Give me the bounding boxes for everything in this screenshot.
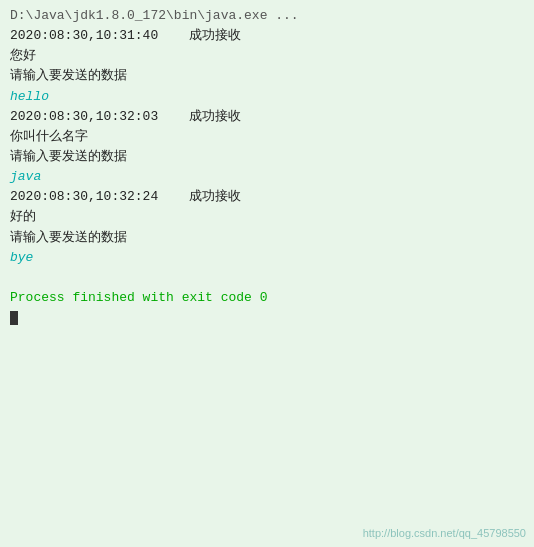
input-line-1: hello — [10, 87, 524, 107]
cursor-line — [10, 308, 524, 328]
log-line-2: 您好 — [10, 46, 524, 66]
log-line-3: 请输入要发送的数据 — [10, 66, 524, 86]
input-line-2: java — [10, 167, 524, 187]
input-line-3: bye — [10, 248, 524, 268]
terminal-window: D:\Java\jdk1.8.0_172\bin\java.exe ... 20… — [0, 0, 534, 547]
log-line-4: 2020:08:30,10:32:03 成功接收 — [10, 107, 524, 127]
terminal-cursor — [10, 311, 18, 325]
watermark: http://blog.csdn.net/qq_45798550 — [363, 527, 526, 539]
log-line-1: 2020:08:30,10:31:40 成功接收 — [10, 26, 524, 46]
terminal-title-line: D:\Java\jdk1.8.0_172\bin\java.exe ... — [10, 6, 524, 26]
log-line-5: 你叫什么名字 — [10, 127, 524, 147]
log-line-8: 好的 — [10, 207, 524, 227]
log-line-7: 2020:08:30,10:32:24 成功接收 — [10, 187, 524, 207]
log-line-6: 请输入要发送的数据 — [10, 147, 524, 167]
log-line-9: 请输入要发送的数据 — [10, 228, 524, 248]
process-finished-line: Process finished with exit code 0 — [10, 288, 524, 308]
